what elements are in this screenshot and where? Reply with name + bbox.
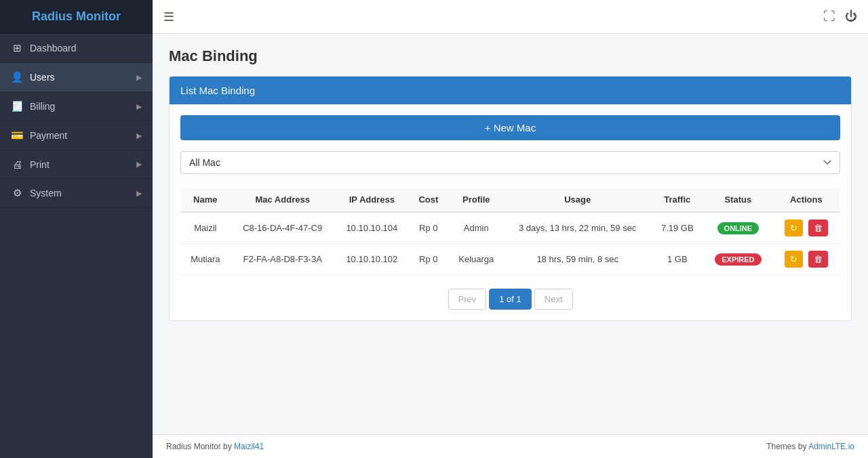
sidebar-item-system[interactable]: ⚙ System ▶ <box>0 179 153 208</box>
footer-right: Themes by AdminLTE.io <box>766 442 854 451</box>
delete-button-0[interactable]: 🗑 <box>808 220 828 236</box>
mac-binding-card: List Mac Binding + New Mac All Mac Name … <box>169 76 852 321</box>
col-ip: IP Address <box>335 188 409 212</box>
col-name: Name <box>180 188 231 212</box>
sidebar-item-billing[interactable]: 🧾 Billing ▶ <box>0 92 153 121</box>
sidebar-item-print[interactable]: 🖨 Print ▶ <box>0 150 153 179</box>
users-icon: 👤 <box>11 71 23 83</box>
cell-status-0: ONLINE <box>704 212 772 244</box>
billing-icon: 🧾 <box>11 100 23 112</box>
col-traffic: Traffic <box>651 188 704 212</box>
col-usage: Usage <box>505 188 651 212</box>
content-area: Mac Binding List Mac Binding + New Mac A… <box>153 34 868 434</box>
footer: Radius Monitor by Maizil41 Themes by Adm… <box>153 434 868 458</box>
print-arrow-icon: ▶ <box>136 160 142 169</box>
table-body: Maizil C8-16-DA-4F-47-C9 10.10.10.104 Rp… <box>180 212 840 275</box>
sidebar-label-payment: Payment <box>30 130 67 141</box>
footer-author-link[interactable]: Maizil41 <box>234 442 264 451</box>
cell-usage-0: 3 days, 13 hrs, 22 min, 59 sec <box>505 212 651 244</box>
col-mac: Mac Address <box>231 188 335 212</box>
payment-icon: 💳 <box>11 129 23 142</box>
mac-filter-select[interactable]: All Mac <box>180 151 840 174</box>
cell-mac-1: F2-FA-A8-D8-F3-3A <box>231 244 335 275</box>
col-profile: Profile <box>448 188 505 212</box>
cell-ip-0: 10.10.10.104 <box>335 212 409 244</box>
cell-mac-0: C8-16-DA-4F-47-C9 <box>231 212 335 244</box>
system-arrow-icon: ▶ <box>136 189 142 198</box>
cell-traffic-1: 1 GB <box>651 244 704 275</box>
logout-icon[interactable]: ⏻ <box>845 9 857 24</box>
dashboard-icon: ⊞ <box>11 42 23 54</box>
cell-profile-1: Keluarga <box>448 244 505 275</box>
expand-icon[interactable]: ⛶ <box>823 9 835 24</box>
cell-actions-0: ↻ 🗑 <box>772 212 840 244</box>
refresh-button-1[interactable]: ↻ <box>785 251 803 268</box>
billing-arrow-icon: ▶ <box>136 102 142 111</box>
cell-name-0: Maizil <box>180 212 231 244</box>
table-row: Maizil C8-16-DA-4F-47-C9 10.10.10.104 Rp… <box>180 212 840 244</box>
pagination: Prev 1 of 1 Next <box>180 289 840 310</box>
col-actions: Actions <box>772 188 840 212</box>
cell-name-1: Mutiara <box>180 244 231 275</box>
sidebar-item-payment[interactable]: 💳 Payment ▶ <box>0 121 153 150</box>
users-arrow-icon: ▶ <box>136 73 142 82</box>
sidebar: Radius Monitor ⊞ Dashboard 👤 Users ▶ 🧾 B… <box>0 0 153 458</box>
print-icon: 🖨 <box>11 159 23 170</box>
card-body: + New Mac All Mac Name Mac Address IP Ad… <box>170 104 851 320</box>
current-page-button[interactable]: 1 of 1 <box>489 289 532 310</box>
table-header-row: Name Mac Address IP Address Cost Profile… <box>180 188 840 212</box>
status-badge-0: ONLINE <box>717 222 760 234</box>
footer-theme-link[interactable]: AdminLTE.io <box>808 442 854 451</box>
next-button[interactable]: Next <box>534 289 573 310</box>
footer-left-text: Radius Monitor by <box>166 442 234 451</box>
sidebar-item-dashboard[interactable]: ⊞ Dashboard <box>0 34 153 63</box>
cell-usage-1: 18 hrs, 59 min, 8 sec <box>505 244 651 275</box>
cell-traffic-0: 7.19 GB <box>651 212 704 244</box>
cell-cost-0: Rp 0 <box>409 212 448 244</box>
prev-button[interactable]: Prev <box>448 289 487 310</box>
payment-arrow-icon: ▶ <box>136 131 142 140</box>
footer-left: Radius Monitor by Maizil41 <box>166 442 264 451</box>
sidebar-item-users[interactable]: 👤 Users ▶ <box>0 63 153 92</box>
cell-cost-1: Rp 0 <box>409 244 448 275</box>
card-header: List Mac Binding <box>170 77 851 104</box>
topbar: ☰ ⛶ ⏻ <box>153 0 868 34</box>
sidebar-label-dashboard: Dashboard <box>30 43 77 54</box>
sidebar-brand: Radius Monitor <box>0 0 153 34</box>
mac-binding-table: Name Mac Address IP Address Cost Profile… <box>180 188 840 275</box>
footer-right-text: Themes by <box>766 442 808 451</box>
refresh-button-0[interactable]: ↻ <box>785 220 803 236</box>
sidebar-label-system: System <box>30 188 62 199</box>
main-area: ☰ ⛶ ⏻ Mac Binding List Mac Binding + New… <box>153 0 868 458</box>
cell-status-1: EXPIRED <box>704 244 772 275</box>
page-title: Mac Binding <box>169 47 852 65</box>
sidebar-label-print: Print <box>30 159 50 170</box>
new-mac-button[interactable]: + New Mac <box>180 115 840 140</box>
col-cost: Cost <box>409 188 448 212</box>
status-badge-1: EXPIRED <box>715 253 761 266</box>
col-status: Status <box>704 188 772 212</box>
menu-toggle-icon[interactable]: ☰ <box>163 9 174 24</box>
cell-actions-1: ↻ 🗑 <box>772 244 840 275</box>
cell-profile-0: Admin <box>448 212 505 244</box>
delete-button-1[interactable]: 🗑 <box>808 251 828 268</box>
sidebar-label-billing: Billing <box>30 101 55 112</box>
cell-ip-1: 10.10.10.102 <box>335 244 409 275</box>
table-row: Mutiara F2-FA-A8-D8-F3-3A 10.10.10.102 R… <box>180 244 840 275</box>
system-icon: ⚙ <box>11 187 23 199</box>
sidebar-label-users: Users <box>30 72 55 83</box>
